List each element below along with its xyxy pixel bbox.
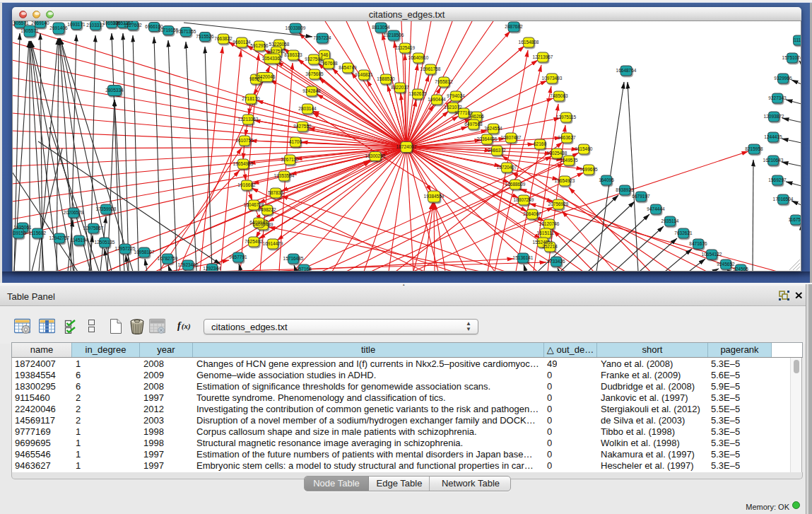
- svg-text:252214: 252214: [542, 244, 558, 249]
- svg-text:546: 546: [321, 52, 329, 57]
- svg-text:7663822: 7663822: [214, 36, 233, 41]
- svg-text:1093171: 1093171: [67, 22, 86, 27]
- svg-text:16961758: 16961758: [420, 66, 441, 71]
- svg-text:1549575: 1549575: [560, 158, 578, 163]
- svg-text:16648764: 16648764: [616, 68, 637, 73]
- svg-text:924565: 924565: [733, 267, 748, 271]
- svg-text:2805334: 2805334: [105, 88, 124, 93]
- svg-text:12923446: 12923446: [178, 262, 199, 267]
- svg-text:9463627: 9463627: [558, 135, 576, 140]
- svg-text:2084067: 2084067: [523, 211, 541, 216]
- svg-text:16046728: 16046728: [244, 202, 264, 207]
- svg-text:19654985: 19654985: [233, 161, 254, 166]
- svg-text:9427552: 9427552: [293, 124, 312, 129]
- svg-text:1244415: 1244415: [764, 134, 782, 139]
- svg-text:1569297: 1569297: [768, 177, 787, 182]
- svg-text:15751074: 15751074: [782, 55, 801, 60]
- svg-text:15136141: 15136141: [513, 255, 534, 260]
- svg-text:3675685: 3675685: [305, 71, 324, 76]
- svg-text:17016504: 17016504: [773, 197, 794, 201]
- svg-text:8454749: 8454749: [339, 65, 357, 70]
- svg-text:1292344: 1292344: [203, 266, 221, 271]
- svg-text:10807487: 10807487: [501, 135, 522, 140]
- svg-text:2803144: 2803144: [298, 106, 317, 111]
- svg-text:9327502: 9327502: [267, 49, 286, 54]
- svg-text:2935114: 2935114: [661, 218, 679, 223]
- svg-text:17359928: 17359928: [96, 206, 117, 211]
- svg-text:8813054: 8813054: [372, 25, 390, 30]
- svg-text:2069140: 2069140: [31, 21, 49, 25]
- svg-text:10654122: 10654122: [702, 252, 722, 257]
- svg-text:16914479: 16914479: [263, 241, 283, 246]
- svg-text:9227343: 9227343: [768, 95, 787, 100]
- svg-text:1621072: 1621072: [444, 105, 462, 110]
- svg-text:16033809: 16033809: [286, 25, 306, 30]
- svg-text:3624554: 3624554: [484, 126, 502, 131]
- svg-text:19353594: 19353594: [274, 173, 295, 178]
- svg-text:10025438: 10025438: [547, 151, 567, 156]
- svg-text:10975867: 10975867: [83, 226, 104, 230]
- svg-text:11325419: 11325419: [395, 45, 416, 50]
- svg-text:2967608: 2967608: [319, 61, 338, 66]
- svg-text:19218506: 19218506: [384, 33, 404, 37]
- svg-text:9115460: 9115460: [575, 146, 593, 151]
- svg-text:7485063: 7485063: [550, 93, 568, 98]
- svg-text:12213967: 12213967: [533, 54, 553, 59]
- svg-text:12505135: 12505135: [95, 240, 115, 245]
- svg-text:15716485: 15716485: [283, 256, 304, 261]
- svg-text:10543362: 10543362: [262, 56, 283, 61]
- svg-text:157164: 157164: [296, 267, 312, 271]
- svg-text:9245652: 9245652: [717, 262, 735, 267]
- svg-text:746266: 746266: [469, 114, 484, 119]
- svg-text:9660124: 9660124: [233, 40, 251, 45]
- svg-text:9657791: 9657791: [229, 255, 247, 259]
- svg-text:41700: 41700: [289, 139, 302, 144]
- svg-text:9699695: 9699695: [579, 167, 598, 172]
- svg-text:1115682: 1115682: [29, 230, 47, 235]
- svg-text:15720407: 15720407: [497, 165, 517, 170]
- svg-text:6409948: 6409948: [249, 220, 268, 225]
- svg-text:1615112: 1615112: [537, 230, 555, 235]
- svg-text:62160: 62160: [534, 141, 546, 146]
- svg-text:16210643: 16210643: [763, 158, 784, 163]
- svg-text:10671355: 10671355: [176, 29, 196, 34]
- svg-text:17957225: 17957225: [115, 246, 136, 251]
- svg-text:1362615: 1362615: [408, 91, 427, 96]
- svg-text:10958107: 10958107: [134, 250, 155, 255]
- svg-text:9474444: 9474444: [647, 206, 665, 211]
- svg-text:20206578: 20206578: [64, 210, 84, 215]
- svg-text:1117: 1117: [794, 37, 801, 42]
- svg-text:16640910: 16640910: [408, 55, 429, 60]
- svg-text:1733426: 1733426: [547, 259, 565, 264]
- svg-text:164095: 164095: [599, 177, 614, 182]
- svg-text:2986372: 2986372: [488, 148, 506, 153]
- svg-text:6497568: 6497568: [464, 122, 483, 127]
- svg-text:9146821: 9146821: [355, 72, 373, 77]
- svg-text:2718170: 2718170: [242, 96, 260, 101]
- svg-text:20364436: 20364436: [477, 136, 498, 141]
- svg-text:587833: 587833: [268, 190, 283, 195]
- svg-text:13975115: 13975115: [556, 115, 577, 119]
- svg-text:19384554: 19384554: [424, 194, 445, 199]
- svg-text:8938923: 8938923: [616, 187, 634, 192]
- svg-text:9242848: 9242848: [302, 88, 321, 93]
- svg-text:23420046: 23420046: [255, 74, 276, 79]
- svg-text:20756928: 20756928: [548, 201, 569, 206]
- svg-text:5912956: 5912956: [250, 43, 269, 48]
- svg-text:7632621: 7632621: [674, 230, 693, 235]
- svg-text:2487682: 2487682: [505, 24, 523, 29]
- svg-text:1905571: 1905571: [20, 28, 39, 33]
- svg-text:939153: 939153: [12, 230, 26, 235]
- svg-text:8322037: 8322037: [391, 85, 409, 90]
- svg-text:1905571: 1905571: [12, 21, 29, 25]
- svg-text:1990444: 1990444: [428, 97, 446, 102]
- svg-text:2691406: 2691406: [49, 25, 68, 30]
- svg-text:7357224: 7357224: [313, 35, 331, 40]
- svg-text:2103317: 2103317: [86, 23, 105, 28]
- svg-text:19654923: 19654923: [555, 178, 575, 183]
- svg-text:1916682: 1916682: [237, 182, 256, 187]
- svg-text:16120746: 16120746: [539, 221, 560, 226]
- svg-text:116753: 116753: [788, 217, 801, 222]
- svg-text:1145194: 1145194: [71, 238, 88, 243]
- svg-text:9329966: 9329966: [774, 76, 792, 81]
